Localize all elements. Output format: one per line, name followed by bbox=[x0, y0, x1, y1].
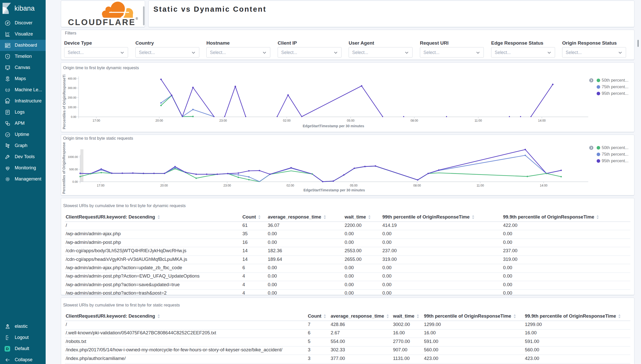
svg-text:500.00: 500.00 bbox=[69, 168, 78, 171]
svg-text:02:00: 02:00 bbox=[287, 184, 294, 187]
svg-text:23:00: 23:00 bbox=[223, 184, 231, 187]
svg-text:08:00: 08:00 bbox=[413, 184, 421, 187]
svg-text:20:00: 20:00 bbox=[160, 184, 168, 187]
svg-text:05:00: 05:00 bbox=[350, 184, 358, 187]
svg-text:17:00: 17:00 bbox=[97, 184, 104, 187]
svg-text:Percentiles of OriginResponse: Percentiles of OriginResponse bbox=[62, 142, 66, 194]
svg-text:11:00: 11:00 bbox=[476, 184, 484, 187]
svg-text:1000.00: 1000.00 bbox=[68, 155, 78, 158]
svg-text:EdgeStartTimestamp per 30 minu: EdgeStartTimestamp per 30 minutes bbox=[304, 188, 365, 192]
svg-text:14:00: 14:00 bbox=[540, 184, 547, 187]
svg-text:0.00: 0.00 bbox=[73, 180, 78, 183]
